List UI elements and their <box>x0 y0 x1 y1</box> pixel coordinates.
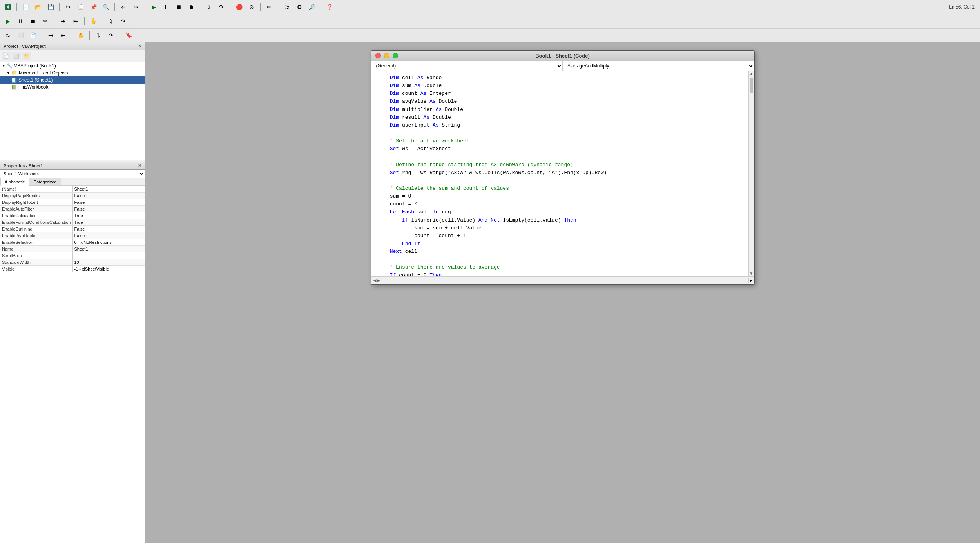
cut-button[interactable]: ✂ <box>63 2 74 12</box>
prop-value-9: Sheet1 <box>72 246 145 252</box>
view-object-btn[interactable]: ⬜ <box>12 52 21 60</box>
code-line-2: Dim count As Integer <box>378 90 742 98</box>
design-btn2[interactable]: ✏ <box>40 16 51 26</box>
prop-value-1: False <box>72 193 145 199</box>
minimize-button[interactable] <box>384 53 389 58</box>
tree-sheet1[interactable]: 📊 Sheet1 (Sheet1) <box>0 76 145 84</box>
copy-button[interactable]: 📋 <box>75 2 86 12</box>
break-btn2[interactable]: ⏸ <box>15 16 26 26</box>
view-code-btn[interactable]: 📄 <box>2 52 11 60</box>
bookmark-icon-btn[interactable]: 🔖 <box>123 30 134 40</box>
tree-vbaproject[interactable]: ▼ 🔧 VBAProject (Book1) <box>0 62 145 69</box>
toggle-folders-btn[interactable]: 📁 <box>22 52 31 60</box>
toggle-breakpoint-button[interactable]: 🔴 <box>234 2 245 12</box>
scroll-left-icon[interactable]: ◀ <box>373 278 376 283</box>
pause-button[interactable]: ⏸ <box>161 2 172 12</box>
top-toolbar: X 📄 📂 💾 ✂ 📋 📌 🔍 ↩ ↪ ▶ ⏸ ⏹ ⏺ ⤵ ↷ 🔴 ⊘ ✏ 🗂 … <box>0 0 980 42</box>
step-over-button[interactable]: ↷ <box>216 2 227 12</box>
run-btn2[interactable]: ▶ <box>2 16 13 26</box>
open-button[interactable]: 📂 <box>33 2 43 12</box>
prop-value-3: False <box>72 206 145 212</box>
code-line-20: count = count + 1 <box>378 232 742 240</box>
tree-sheet1-label: Sheet1 (Sheet1) <box>18 77 53 83</box>
properties-panel-close[interactable]: ✕ <box>138 163 141 168</box>
run-button[interactable]: ▶ <box>148 2 159 12</box>
code-line-9: Set ws = ActiveSheet <box>378 145 742 153</box>
reset-btn2[interactable]: ⏹ <box>27 16 38 26</box>
scroll-right-icon[interactable]: ▶ <box>377 278 380 283</box>
record-button[interactable]: ⏺ <box>186 2 197 12</box>
sep5 <box>200 3 200 11</box>
code-toolbar: (General) AverageAndMultiply <box>371 61 754 71</box>
code-line-4: Dim multiplier As Double <box>378 106 742 114</box>
code-line-6: Dim userInput As String <box>378 122 742 129</box>
prop-value-7: False <box>72 232 145 239</box>
tree-thisworkbook[interactable]: 📗 ThisWorkbook <box>0 84 145 91</box>
code-line-15: sum = 0 <box>378 193 742 200</box>
scroll-thumb[interactable] <box>750 78 753 93</box>
sep12 <box>102 17 102 25</box>
project-panel-close[interactable]: ✕ <box>138 44 141 49</box>
find-button[interactable]: 🔍 <box>100 2 111 12</box>
outdent-button[interactable]: ⇤ <box>70 16 81 26</box>
undo-button[interactable]: ↩ <box>118 2 129 12</box>
module-icon-btn[interactable]: 📄 <box>27 30 38 40</box>
close-button[interactable] <box>375 53 381 58</box>
sep10 <box>54 17 54 25</box>
horizontal-scroll-input[interactable] <box>382 278 413 283</box>
new-button[interactable]: 📄 <box>20 2 31 12</box>
project-icon-btn[interactable]: 🗂 <box>2 30 13 40</box>
prop-name-6: EnableOutlining <box>0 226 72 232</box>
debug-btn3a[interactable]: ⤵ <box>93 30 104 40</box>
project-panel-header: Project - VBAProject ✕ <box>0 42 145 50</box>
indent-button[interactable]: ⇥ <box>58 16 69 26</box>
paste-button[interactable]: 📌 <box>88 2 99 12</box>
properties-object-dropdown[interactable]: Sheet1 Worksheet <box>0 170 145 178</box>
sep16 <box>120 31 120 40</box>
stop-button[interactable]: ⏹ <box>173 2 184 12</box>
project-explorer-button[interactable]: 🗂 <box>281 2 292 12</box>
sep4 <box>145 3 145 11</box>
clear-breakpoints-button[interactable]: ⊘ <box>246 2 257 12</box>
general-dropdown[interactable]: (General) <box>371 61 563 71</box>
excel-app-icon[interactable]: X <box>2 2 13 12</box>
props-row-9: NameSheet1 <box>0 246 145 252</box>
form-icon-btn[interactable]: ⬜ <box>15 30 26 40</box>
object-browser-button[interactable]: 🔎 <box>306 2 317 12</box>
sep8 <box>278 3 278 11</box>
step-into-button[interactable]: ⤵ <box>203 2 214 12</box>
debug-btn3b[interactable]: ↷ <box>105 30 116 40</box>
redo-button[interactable]: ↪ <box>130 2 141 12</box>
procedure-dropdown[interactable]: AverageAndMultiply <box>563 61 754 71</box>
props-row-1: DisplayPageBreaksFalse <box>0 193 145 199</box>
maximize-button[interactable] <box>393 53 398 58</box>
properties-window-button[interactable]: ⚙ <box>294 2 305 12</box>
prop-name-3: EnableAutoFilter <box>0 206 72 212</box>
code-line-12: Set rng = ws.Range("A3:A" & ws.Cells(ws.… <box>378 169 742 177</box>
indent-btn3[interactable]: ⇥ <box>45 30 56 40</box>
code-line-18: If IsNumeric(cell.Value) And Not IsEmpty… <box>378 216 742 224</box>
props-row-5: EnableFormatConditionsCalculationTrue <box>0 219 145 226</box>
traffic-lights <box>375 53 398 58</box>
hand-button[interactable]: ✋ <box>88 16 99 26</box>
hand-btn3[interactable]: ✋ <box>75 30 86 40</box>
sep11 <box>84 17 85 25</box>
vertical-scrollbar[interactable]: ▲ ▼ <box>748 71 754 276</box>
design-mode-button[interactable]: ✏ <box>264 2 275 12</box>
tree-excel-objects[interactable]: ▼ 📁 Microsoft Excel Objects <box>0 69 145 76</box>
code-window-titlebar: Book1 - Sheet1 (Code) <box>371 51 754 61</box>
props-row-10: ScrollArea <box>0 252 145 259</box>
save-button[interactable]: 💾 <box>45 2 56 12</box>
help-button[interactable]: ❓ <box>324 2 335 12</box>
scroll-right-btn[interactable]: ▶ <box>748 278 754 283</box>
code-line-23 <box>378 256 742 263</box>
tree-expand2-icon: ▼ <box>7 71 10 75</box>
tab-alphabetic[interactable]: Alphabetic <box>0 178 29 186</box>
properties-table: (Name)Sheet1DisplayPageBreaksFalseDispla… <box>0 186 145 272</box>
debug-step-into-button[interactable]: ⤵ <box>105 16 116 26</box>
outdent-btn3[interactable]: ⇤ <box>58 30 69 40</box>
code-editor[interactable]: Dim cell As Range Dim sum As Double Dim … <box>371 71 748 276</box>
tab-categorized[interactable]: Categorized <box>29 178 61 185</box>
debug-step-over-button[interactable]: ↷ <box>118 16 129 26</box>
prop-value-10 <box>72 252 145 259</box>
